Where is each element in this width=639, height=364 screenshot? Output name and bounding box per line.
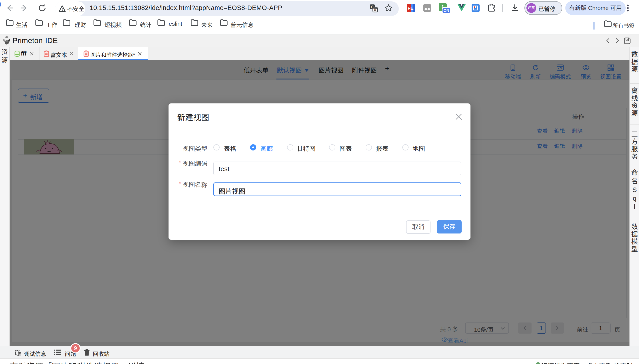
svg-text:FE: FE [408,6,414,11]
svg-text:文: 文 [373,6,377,12]
svg-text:ON: ON [443,8,449,13]
